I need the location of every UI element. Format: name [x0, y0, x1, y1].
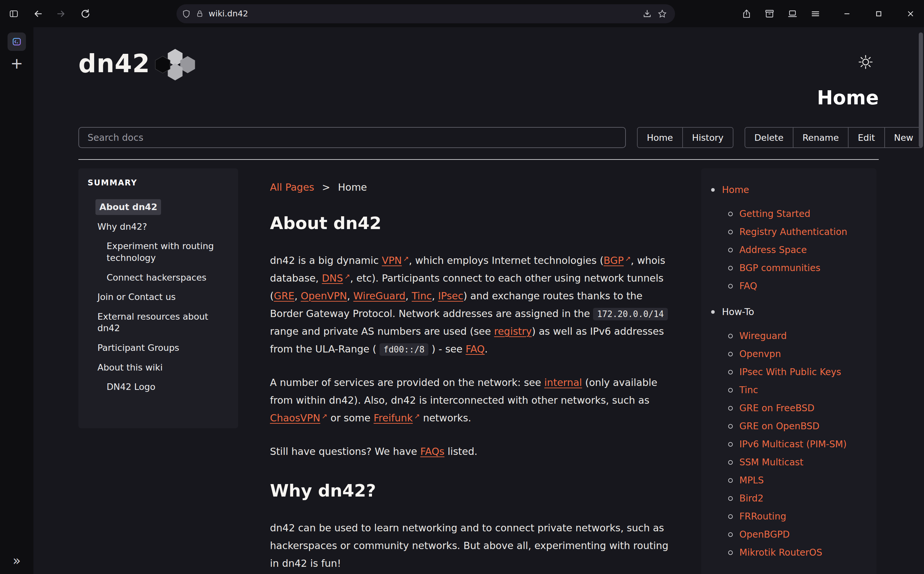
paragraph-about-1: dn42 is a big dynamic VPN↗, which employ…	[270, 252, 669, 358]
right-nav-item-ssm-multicast[interactable]: SSM Multicast	[739, 457, 803, 468]
inline-link[interactable]: FAQ	[465, 343, 484, 355]
inline-code: fd00::/8	[380, 343, 428, 356]
right-nav-item-tinc[interactable]: Tinc	[739, 384, 758, 396]
delete-button[interactable]: Delete	[745, 128, 793, 147]
right-nav-item-frrouting[interactable]: FRRouting	[739, 511, 786, 522]
right-nav-item-bird2[interactable]: Bird2	[739, 493, 764, 504]
summary-list: About dn42 Why dn42? Experiment with rou…	[88, 199, 229, 393]
inline-link[interactable]: FAQs	[420, 446, 445, 457]
reload-button[interactable]	[76, 5, 94, 23]
logo-hexagons-icon	[151, 47, 200, 84]
inline-link[interactable]: IPsec	[438, 290, 463, 301]
header-logo[interactable]: dn42	[79, 27, 879, 84]
page-title: Home	[79, 88, 879, 107]
bullet-ring-icon	[728, 460, 733, 465]
star-icon	[657, 9, 667, 19]
sidebar-toggle-button[interactable]	[5, 5, 23, 23]
external-link-icon: ↗	[414, 410, 420, 423]
article: All Pages > Home About dn42 dn42 is a bi…	[270, 168, 669, 572]
ai-sidebar-button[interactable]	[8, 33, 26, 51]
shield-icon[interactable]	[182, 9, 191, 18]
right-nav-item-gre-freebsd[interactable]: GRE on FreeBSD	[739, 402, 814, 414]
search-input[interactable]	[79, 127, 626, 148]
inline-link[interactable]: OpenVPN	[301, 290, 347, 301]
summary-item-join-contact[interactable]: Join or Contact us	[97, 291, 229, 303]
minimize-button[interactable]	[838, 5, 856, 23]
right-nav-group-how-to: How-To Wireguard Openvpn IPsec With Publ…	[711, 306, 871, 558]
lock-icon[interactable]	[195, 9, 204, 18]
bullet-ring-icon	[728, 532, 733, 537]
summary-item-why-dn42[interactable]: Why dn42?	[97, 221, 229, 233]
close-button[interactable]	[901, 5, 920, 23]
inline-link[interactable]: Freifunk↗	[374, 412, 420, 424]
breadcrumb: All Pages > Home	[270, 181, 669, 193]
external-link-icon: ↗	[403, 253, 409, 265]
bullet-ring-icon	[728, 406, 733, 410]
bullet-disc-icon	[711, 310, 715, 314]
paragraph-about-3: Still have questions? We have FAQs liste…	[270, 443, 669, 460]
toolbar-icon-cluster	[737, 5, 825, 23]
inline-link[interactable]: GRE	[274, 290, 295, 301]
bullet-ring-icon	[728, 478, 733, 483]
action-button-group: Delete Rename Edit New	[745, 127, 923, 148]
inline-link[interactable]: registry	[494, 326, 532, 337]
summary-item-participant-groups[interactable]: Participant Groups	[97, 342, 229, 354]
scrollbar-thumb[interactable]	[919, 33, 923, 147]
right-nav-item-mpls[interactable]: MPLS	[739, 475, 764, 486]
summary-item-experiment-routing[interactable]: Experiment with routing technology	[107, 240, 229, 263]
new-button[interactable]: New	[884, 128, 923, 147]
history-button[interactable]: History	[682, 128, 733, 147]
right-nav-item-address-space[interactable]: Address Space	[739, 244, 807, 255]
right-nav-item-faq[interactable]: FAQ	[739, 280, 757, 292]
home-button[interactable]: Home	[638, 128, 682, 147]
maximize-button[interactable]	[869, 5, 888, 23]
summary-item-external-resources[interactable]: External resources about dn42	[97, 311, 229, 334]
why-heading: Why dn42?	[270, 481, 669, 500]
reload-icon	[80, 8, 91, 19]
nav-button-group: Home History	[637, 127, 734, 148]
devices-button[interactable]	[783, 5, 801, 23]
inline-link[interactable]: VPN↗	[382, 255, 409, 266]
edit-button[interactable]: Edit	[848, 128, 884, 147]
inline-link[interactable]: DNS↗	[322, 273, 350, 284]
right-nav-item-ipsec-public-keys[interactable]: IPsec With Public Keys	[739, 366, 841, 378]
new-tab-button[interactable]: +	[8, 54, 26, 73]
inline-link[interactable]: WireGuard	[353, 290, 405, 301]
paragraph-why-1: dn42 can be used to learn networking and…	[270, 519, 669, 572]
sidebar-toggle-icon	[8, 8, 19, 19]
rename-button[interactable]: Rename	[793, 128, 848, 147]
inline-link[interactable]: ChaosVPN↗	[270, 412, 327, 424]
hamburger-menu-icon	[810, 8, 821, 19]
right-nav-item-registry-authentication[interactable]: Registry Authentication	[739, 226, 847, 238]
right-nav-item-wireguard[interactable]: Wireguard	[739, 330, 787, 342]
bookmark-button[interactable]	[655, 6, 670, 21]
save-page-button[interactable]	[640, 6, 655, 21]
browser-window: wiki.dn42	[0, 0, 924, 574]
right-nav-item-bgp-communities[interactable]: BGP communities	[739, 262, 820, 274]
menu-button[interactable]	[806, 5, 825, 23]
expand-sidebar-button[interactable]: »	[0, 553, 33, 568]
theme-toggle-button[interactable]	[856, 53, 875, 71]
right-nav-item-mikrotik-routeros[interactable]: Mikrotik RouterOS	[739, 547, 822, 558]
share-button[interactable]	[737, 5, 756, 23]
inline-link[interactable]: BGP↗	[603, 255, 631, 266]
summary-item-dn42-logo[interactable]: DN42 Logo	[107, 381, 229, 393]
inline-link[interactable]: internal	[544, 377, 582, 388]
right-nav-item-getting-started[interactable]: Getting Started	[739, 208, 810, 219]
external-link-icon: ↗	[625, 253, 631, 265]
summary-item-connect-hackerspaces[interactable]: Connect hackerspaces	[107, 272, 229, 284]
right-nav-item-home[interactable]: Home	[722, 184, 749, 196]
back-button[interactable]	[29, 5, 47, 23]
summary-item-about-wiki[interactable]: About this wiki	[97, 362, 229, 374]
right-nav-item-gre-openbsd[interactable]: GRE on OpenBSD	[739, 420, 819, 432]
summary-item-about-dn42[interactable]: About dn42	[96, 199, 161, 215]
right-nav-item-ipv6-multicast[interactable]: IPv6 Multicast (PIM-SM)	[739, 438, 847, 450]
right-nav-item-openvpn[interactable]: Openvpn	[739, 348, 781, 360]
breadcrumb-all-pages[interactable]: All Pages	[270, 181, 314, 193]
archive-button[interactable]	[760, 5, 779, 23]
forward-button[interactable]	[52, 5, 70, 23]
inline-link[interactable]: Tinc	[412, 290, 432, 301]
right-nav-item-openbgpd[interactable]: OpenBGPD	[739, 529, 790, 540]
address-bar[interactable]: wiki.dn42	[176, 4, 675, 23]
page-toolbar: Home History Delete Rename Edit New	[79, 127, 879, 148]
